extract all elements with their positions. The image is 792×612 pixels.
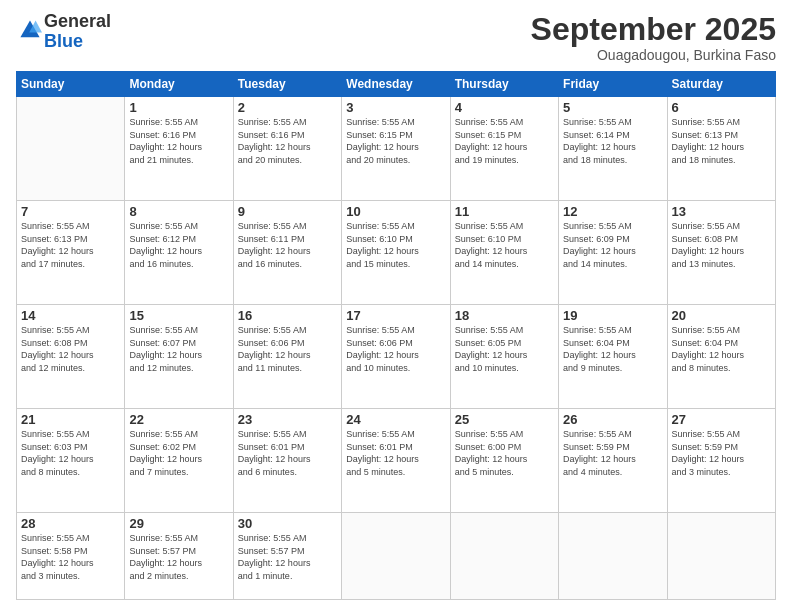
day-number: 12 xyxy=(563,204,662,219)
table-row xyxy=(17,97,125,201)
location-subtitle: Ouagadougou, Burkina Faso xyxy=(531,47,776,63)
table-row: 5Sunrise: 5:55 AM Sunset: 6:14 PM Daylig… xyxy=(559,97,667,201)
day-info: Sunrise: 5:55 AM Sunset: 5:59 PM Dayligh… xyxy=(672,428,771,478)
table-row: 10Sunrise: 5:55 AM Sunset: 6:10 PM Dayli… xyxy=(342,201,450,305)
day-number: 2 xyxy=(238,100,337,115)
month-title: September 2025 xyxy=(531,12,776,47)
table-row: 4Sunrise: 5:55 AM Sunset: 6:15 PM Daylig… xyxy=(450,97,558,201)
table-row: 19Sunrise: 5:55 AM Sunset: 6:04 PM Dayli… xyxy=(559,305,667,409)
table-row: 15Sunrise: 5:55 AM Sunset: 6:07 PM Dayli… xyxy=(125,305,233,409)
day-number: 7 xyxy=(21,204,120,219)
day-info: Sunrise: 5:55 AM Sunset: 5:58 PM Dayligh… xyxy=(21,532,120,582)
table-row: 16Sunrise: 5:55 AM Sunset: 6:06 PM Dayli… xyxy=(233,305,341,409)
day-number: 28 xyxy=(21,516,120,531)
table-row: 21Sunrise: 5:55 AM Sunset: 6:03 PM Dayli… xyxy=(17,409,125,513)
logo-general-text: General xyxy=(44,11,111,31)
day-number: 30 xyxy=(238,516,337,531)
day-info: Sunrise: 5:55 AM Sunset: 6:06 PM Dayligh… xyxy=(238,324,337,374)
day-number: 9 xyxy=(238,204,337,219)
day-info: Sunrise: 5:55 AM Sunset: 6:11 PM Dayligh… xyxy=(238,220,337,270)
logo-icon xyxy=(18,18,42,42)
day-info: Sunrise: 5:55 AM Sunset: 5:59 PM Dayligh… xyxy=(563,428,662,478)
day-number: 23 xyxy=(238,412,337,427)
table-row: 29Sunrise: 5:55 AM Sunset: 5:57 PM Dayli… xyxy=(125,513,233,600)
table-row: 18Sunrise: 5:55 AM Sunset: 6:05 PM Dayli… xyxy=(450,305,558,409)
day-info: Sunrise: 5:55 AM Sunset: 6:02 PM Dayligh… xyxy=(129,428,228,478)
day-info: Sunrise: 5:55 AM Sunset: 6:03 PM Dayligh… xyxy=(21,428,120,478)
day-info: Sunrise: 5:55 AM Sunset: 6:16 PM Dayligh… xyxy=(129,116,228,166)
day-number: 15 xyxy=(129,308,228,323)
col-tuesday: Tuesday xyxy=(233,72,341,97)
day-info: Sunrise: 5:55 AM Sunset: 5:57 PM Dayligh… xyxy=(129,532,228,582)
table-row: 9Sunrise: 5:55 AM Sunset: 6:11 PM Daylig… xyxy=(233,201,341,305)
col-monday: Monday xyxy=(125,72,233,97)
day-info: Sunrise: 5:55 AM Sunset: 6:16 PM Dayligh… xyxy=(238,116,337,166)
table-row: 24Sunrise: 5:55 AM Sunset: 6:01 PM Dayli… xyxy=(342,409,450,513)
col-wednesday: Wednesday xyxy=(342,72,450,97)
day-info: Sunrise: 5:55 AM Sunset: 6:01 PM Dayligh… xyxy=(238,428,337,478)
table-row: 17Sunrise: 5:55 AM Sunset: 6:06 PM Dayli… xyxy=(342,305,450,409)
table-row: 12Sunrise: 5:55 AM Sunset: 6:09 PM Dayli… xyxy=(559,201,667,305)
day-number: 27 xyxy=(672,412,771,427)
table-row: 3Sunrise: 5:55 AM Sunset: 6:15 PM Daylig… xyxy=(342,97,450,201)
table-row: 28Sunrise: 5:55 AM Sunset: 5:58 PM Dayli… xyxy=(17,513,125,600)
logo-blue-text: Blue xyxy=(44,31,83,51)
table-row: 30Sunrise: 5:55 AM Sunset: 5:57 PM Dayli… xyxy=(233,513,341,600)
day-info: Sunrise: 5:55 AM Sunset: 6:15 PM Dayligh… xyxy=(346,116,445,166)
table-row: 6Sunrise: 5:55 AM Sunset: 6:13 PM Daylig… xyxy=(667,97,775,201)
table-row: 26Sunrise: 5:55 AM Sunset: 5:59 PM Dayli… xyxy=(559,409,667,513)
day-number: 17 xyxy=(346,308,445,323)
table-row: 7Sunrise: 5:55 AM Sunset: 6:13 PM Daylig… xyxy=(17,201,125,305)
day-info: Sunrise: 5:55 AM Sunset: 6:10 PM Dayligh… xyxy=(346,220,445,270)
day-number: 24 xyxy=(346,412,445,427)
day-number: 5 xyxy=(563,100,662,115)
col-friday: Friday xyxy=(559,72,667,97)
day-number: 29 xyxy=(129,516,228,531)
day-info: Sunrise: 5:55 AM Sunset: 6:00 PM Dayligh… xyxy=(455,428,554,478)
table-row: 11Sunrise: 5:55 AM Sunset: 6:10 PM Dayli… xyxy=(450,201,558,305)
day-number: 25 xyxy=(455,412,554,427)
day-info: Sunrise: 5:55 AM Sunset: 6:07 PM Dayligh… xyxy=(129,324,228,374)
day-info: Sunrise: 5:55 AM Sunset: 6:04 PM Dayligh… xyxy=(672,324,771,374)
calendar-table: Sunday Monday Tuesday Wednesday Thursday… xyxy=(16,71,776,600)
calendar-week-row: 1Sunrise: 5:55 AM Sunset: 6:16 PM Daylig… xyxy=(17,97,776,201)
day-info: Sunrise: 5:55 AM Sunset: 6:08 PM Dayligh… xyxy=(21,324,120,374)
calendar-week-row: 21Sunrise: 5:55 AM Sunset: 6:03 PM Dayli… xyxy=(17,409,776,513)
table-row: 2Sunrise: 5:55 AM Sunset: 6:16 PM Daylig… xyxy=(233,97,341,201)
calendar-week-row: 7Sunrise: 5:55 AM Sunset: 6:13 PM Daylig… xyxy=(17,201,776,305)
day-info: Sunrise: 5:55 AM Sunset: 6:10 PM Dayligh… xyxy=(455,220,554,270)
table-row: 23Sunrise: 5:55 AM Sunset: 6:01 PM Dayli… xyxy=(233,409,341,513)
day-info: Sunrise: 5:55 AM Sunset: 6:08 PM Dayligh… xyxy=(672,220,771,270)
table-row: 25Sunrise: 5:55 AM Sunset: 6:00 PM Dayli… xyxy=(450,409,558,513)
day-number: 1 xyxy=(129,100,228,115)
header: General Blue September 2025 Ouagadougou,… xyxy=(16,12,776,63)
day-info: Sunrise: 5:55 AM Sunset: 6:15 PM Dayligh… xyxy=(455,116,554,166)
day-number: 4 xyxy=(455,100,554,115)
day-number: 21 xyxy=(21,412,120,427)
table-row: 13Sunrise: 5:55 AM Sunset: 6:08 PM Dayli… xyxy=(667,201,775,305)
table-row: 22Sunrise: 5:55 AM Sunset: 6:02 PM Dayli… xyxy=(125,409,233,513)
calendar-week-row: 14Sunrise: 5:55 AM Sunset: 6:08 PM Dayli… xyxy=(17,305,776,409)
day-number: 18 xyxy=(455,308,554,323)
day-number: 26 xyxy=(563,412,662,427)
day-number: 6 xyxy=(672,100,771,115)
day-number: 22 xyxy=(129,412,228,427)
logo: General Blue xyxy=(16,12,111,52)
day-info: Sunrise: 5:55 AM Sunset: 6:13 PM Dayligh… xyxy=(21,220,120,270)
col-sunday: Sunday xyxy=(17,72,125,97)
table-row: 1Sunrise: 5:55 AM Sunset: 6:16 PM Daylig… xyxy=(125,97,233,201)
table-row xyxy=(450,513,558,600)
day-info: Sunrise: 5:55 AM Sunset: 6:01 PM Dayligh… xyxy=(346,428,445,478)
calendar-week-row: 28Sunrise: 5:55 AM Sunset: 5:58 PM Dayli… xyxy=(17,513,776,600)
day-info: Sunrise: 5:55 AM Sunset: 6:14 PM Dayligh… xyxy=(563,116,662,166)
table-row xyxy=(559,513,667,600)
day-info: Sunrise: 5:55 AM Sunset: 6:12 PM Dayligh… xyxy=(129,220,228,270)
calendar-header-row: Sunday Monday Tuesday Wednesday Thursday… xyxy=(17,72,776,97)
day-number: 11 xyxy=(455,204,554,219)
logo-text: General Blue xyxy=(44,12,111,52)
title-block: September 2025 Ouagadougou, Burkina Faso xyxy=(531,12,776,63)
table-row: 27Sunrise: 5:55 AM Sunset: 5:59 PM Dayli… xyxy=(667,409,775,513)
page: General Blue September 2025 Ouagadougou,… xyxy=(0,0,792,612)
day-info: Sunrise: 5:55 AM Sunset: 6:06 PM Dayligh… xyxy=(346,324,445,374)
day-number: 20 xyxy=(672,308,771,323)
